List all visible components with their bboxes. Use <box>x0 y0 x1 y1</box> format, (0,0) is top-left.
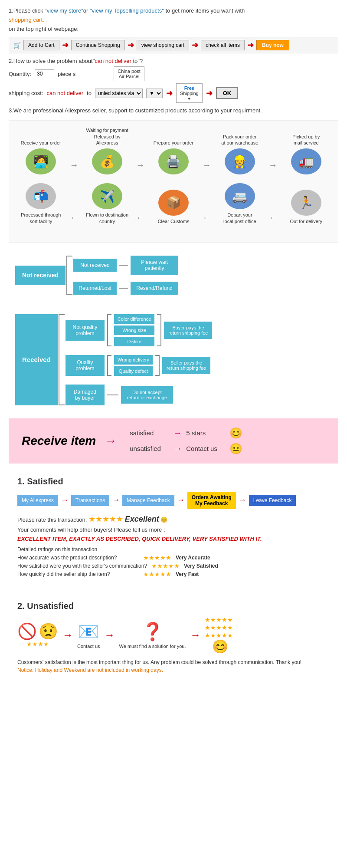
flow-arrow-8: ← <box>70 213 79 227</box>
flow-item-10: 📬 Processed throughsort facility <box>19 183 62 227</box>
nq-result1: Color difference <box>114 314 154 324</box>
no-stars: ★★★★ <box>26 641 49 648</box>
fb-arrow1: → <box>61 496 69 505</box>
receive-item-title: Receive item <box>22 434 96 448</box>
flow-icon-9: ✈️ <box>92 183 122 209</box>
flow-label-4: Pack your orderat our warehouse <box>221 134 258 146</box>
received-root: Received <box>15 314 58 405</box>
satisfied-title: 1. Satisfied <box>17 477 330 487</box>
flow-item-1: Receive your order 🧑‍💻 <box>19 140 62 174</box>
flow-label-2: Waiting for paymentReleased by Aliexpres… <box>85 127 129 146</box>
free-shipping-box: Free Shipping ● <box>176 83 203 103</box>
rating1-label: How accurate was the product description… <box>17 555 139 561</box>
rating3-stars: ★★★★★ <box>143 571 171 578</box>
stars-smiley-box: ★★★★★ ★★★★★ ★★★★★ 😊 <box>205 616 233 654</box>
not-quality-row: Not qualityproblem Color difference Wron… <box>65 314 213 346</box>
view-shopping-cart-button[interactable]: view shopping cart <box>137 40 189 50</box>
flow-item-8: 📦 Clear Customs <box>152 190 195 227</box>
excellent-label: Excellent <box>125 515 159 523</box>
nq-result3: Dislike <box>114 337 154 346</box>
flow-icon-8: 📦 <box>158 190 189 216</box>
unsatisfied-title: 2. Unsatisfied <box>17 601 330 611</box>
not-received-result1: Please waitpatiently <box>131 256 178 275</box>
satisfied-text: satisfied <box>130 429 169 437</box>
flow-row1: Receive your order 🧑‍💻 → Waiting for pay… <box>16 127 331 174</box>
happy-face-icon: 😊 <box>212 639 228 654</box>
view-topselling-link[interactable]: "view my Topselling products" <box>90 7 164 14</box>
rating2-result: Very Satisfied <box>184 563 218 569</box>
buyer-pays: Buyer pays thereturn shipping fee <box>164 322 212 339</box>
china-post-line1: China post <box>118 69 141 74</box>
nq-bracket2 <box>157 314 161 346</box>
ok-button[interactable]: OK <box>216 87 239 99</box>
unsatisfied-row: unsatisfied → Contact us 😐 <box>130 443 242 455</box>
flow-item-2: Waiting for paymentReleased by Aliexpres… <box>85 127 129 174</box>
flow-label-1: Receive your order <box>21 140 61 146</box>
not-received-root: Not received <box>15 266 65 285</box>
view-store-link[interactable]: "view my store" <box>45 7 83 14</box>
flow-icon-1: 🧑‍💻 <box>26 148 56 174</box>
via-select[interactable]: unied states via <box>95 89 143 98</box>
rating-row-3: How quickly did the seller ship the item… <box>17 571 330 578</box>
line1 <box>119 265 128 266</box>
shipping-dot: ● <box>188 96 190 101</box>
via-select2[interactable]: ▼ <box>146 89 163 98</box>
no-icon-box: 🚫 😟 ★★★★ <box>17 622 58 648</box>
rating1-stars: ★★★★★ <box>143 554 171 561</box>
shipping-text: Shipping <box>180 91 199 96</box>
nq-result2: Wrong size <box>114 326 154 335</box>
example-review: EXCELLENT ITEM, EXACTLY AS DESCRIBED, QU… <box>17 536 330 542</box>
check-all-items-button[interactable]: check all items <box>201 40 245 50</box>
flow-arrow-3: → <box>202 160 211 174</box>
unsatisfied-text: unsatisfied <box>130 445 169 452</box>
excellent-emoji: 😊 <box>160 516 167 523</box>
quantity-input[interactable] <box>35 69 54 78</box>
rate-text: Please rate this transaction: ★★★★★ Exce… <box>17 514 330 524</box>
arrow-ok: ➜ <box>206 89 213 98</box>
arrow4: ➜ <box>247 40 254 50</box>
unsat-arrow1: → <box>62 629 73 641</box>
unsat-arrow2: → <box>105 629 115 641</box>
line2 <box>119 288 128 289</box>
flow-arrow-5: ← <box>268 213 277 227</box>
q-result1: Wrong delivery <box>114 355 153 365</box>
fb-arrow3: → <box>177 496 185 505</box>
quality-row: Qualityproblem Wrong delivery Quality de… <box>65 355 213 376</box>
rating1-result: Very Accurate <box>176 555 210 561</box>
flow-icon-7: 🚐 <box>225 183 255 209</box>
flow-icon-6: 🏃 <box>291 190 321 216</box>
no-sign-icon: 🚫 <box>17 622 37 641</box>
my-aliexpress-button[interactable]: My Aliexpress <box>17 495 58 506</box>
email-icon: 📧 <box>78 621 99 642</box>
china-post-box: China post Air Parcel <box>114 66 144 81</box>
unsat-arrow: → <box>173 444 182 454</box>
contact-us-text: Contact us <box>186 445 225 452</box>
add-to-cart-button[interactable]: Add to Cart <box>23 40 59 50</box>
happy-emoji: 😊 <box>229 427 242 439</box>
rating-row-2: How satisfied were you with the seller's… <box>17 562 330 569</box>
continue-shopping-button[interactable]: Continue Shopping <box>71 40 125 50</box>
satisfied-row: satisfied → 5 stars 😊 <box>130 427 242 439</box>
arrow2: ➜ <box>128 40 134 50</box>
buy-now-button[interactable]: Buy now <box>256 40 289 50</box>
manage-feedback-button[interactable]: Manage Feedback <box>122 495 174 506</box>
qty-unit: piece s <box>58 71 75 77</box>
arrow-shipping: ➜ <box>166 89 173 98</box>
orders-awaiting-button[interactable]: Orders AwaitingMy Feedback <box>187 492 236 509</box>
stars-rows: ★★★★★ ★★★★★ ★★★★★ <box>205 616 233 639</box>
transactions-button[interactable]: Transactions <box>71 495 109 506</box>
flow-icon-10: 📬 <box>26 183 56 209</box>
flow-label-7: Depart yourlocal post office <box>223 212 256 224</box>
flow-item-7: 🚐 Depart yourlocal post office <box>218 183 262 227</box>
cannot-deliver-text: can not deliver <box>47 90 84 96</box>
section2-title: 2.How to solve the problem about"can not… <box>9 58 338 64</box>
leave-feedback-button[interactable]: Leave Feedback <box>249 495 296 506</box>
flow-row2: 🏃 Out for delivery ← 🚐 Depart yourlocal … <box>16 183 331 227</box>
flow-section: Receive your order 🧑‍💻 → Waiting for pay… <box>9 120 338 242</box>
received-sub-branches: Not qualityproblem Color difference Wron… <box>65 314 213 405</box>
q-result2: Quality defect <box>114 366 153 376</box>
not-received-node1: Not received <box>73 259 117 272</box>
flow-arrow-7: ← <box>136 213 145 227</box>
not-received-node2: Returned/Lost <box>73 282 117 295</box>
not-received-tree: Not received Not received Please waitpat… <box>15 256 332 295</box>
